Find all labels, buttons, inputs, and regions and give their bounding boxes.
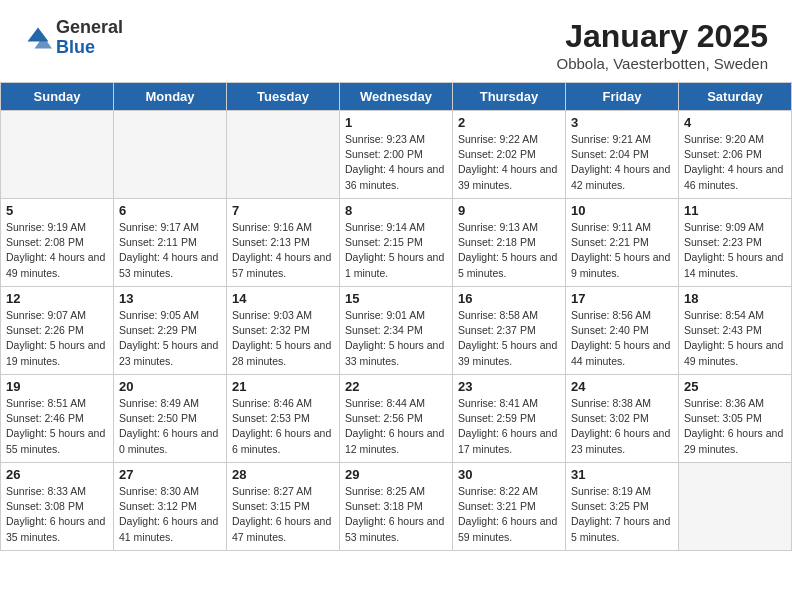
day-number: 20 [119, 379, 221, 394]
logo-general: General [56, 18, 123, 38]
week-row-2: 5Sunrise: 9:19 AM Sunset: 2:08 PM Daylig… [1, 199, 792, 287]
day-number: 23 [458, 379, 560, 394]
week-row-5: 26Sunrise: 8:33 AM Sunset: 3:08 PM Dayli… [1, 463, 792, 551]
day-info: Sunrise: 8:33 AM Sunset: 3:08 PM Dayligh… [6, 484, 108, 545]
day-number: 22 [345, 379, 447, 394]
calendar-cell: 29Sunrise: 8:25 AM Sunset: 3:18 PM Dayli… [340, 463, 453, 551]
weekday-header-friday: Friday [566, 83, 679, 111]
day-number: 6 [119, 203, 221, 218]
calendar-cell: 17Sunrise: 8:56 AM Sunset: 2:40 PM Dayli… [566, 287, 679, 375]
title-section: January 2025 Obbola, Vaesterbotten, Swed… [556, 18, 768, 72]
day-info: Sunrise: 9:07 AM Sunset: 2:26 PM Dayligh… [6, 308, 108, 369]
calendar-cell: 4Sunrise: 9:20 AM Sunset: 2:06 PM Daylig… [679, 111, 792, 199]
calendar-cell: 14Sunrise: 9:03 AM Sunset: 2:32 PM Dayli… [227, 287, 340, 375]
day-info: Sunrise: 9:13 AM Sunset: 2:18 PM Dayligh… [458, 220, 560, 281]
day-info: Sunrise: 9:22 AM Sunset: 2:02 PM Dayligh… [458, 132, 560, 193]
day-number: 17 [571, 291, 673, 306]
day-number: 2 [458, 115, 560, 130]
week-row-4: 19Sunrise: 8:51 AM Sunset: 2:46 PM Dayli… [1, 375, 792, 463]
day-info: Sunrise: 9:11 AM Sunset: 2:21 PM Dayligh… [571, 220, 673, 281]
calendar-cell: 2Sunrise: 9:22 AM Sunset: 2:02 PM Daylig… [453, 111, 566, 199]
calendar-cell: 1Sunrise: 9:23 AM Sunset: 2:00 PM Daylig… [340, 111, 453, 199]
weekday-header-thursday: Thursday [453, 83, 566, 111]
day-number: 25 [684, 379, 786, 394]
day-number: 8 [345, 203, 447, 218]
calendar-cell: 3Sunrise: 9:21 AM Sunset: 2:04 PM Daylig… [566, 111, 679, 199]
calendar-cell: 28Sunrise: 8:27 AM Sunset: 3:15 PM Dayli… [227, 463, 340, 551]
calendar: SundayMondayTuesdayWednesdayThursdayFrid… [0, 82, 792, 551]
day-info: Sunrise: 8:44 AM Sunset: 2:56 PM Dayligh… [345, 396, 447, 457]
day-number: 19 [6, 379, 108, 394]
day-info: Sunrise: 9:17 AM Sunset: 2:11 PM Dayligh… [119, 220, 221, 281]
calendar-cell: 22Sunrise: 8:44 AM Sunset: 2:56 PM Dayli… [340, 375, 453, 463]
day-number: 4 [684, 115, 786, 130]
calendar-cell: 13Sunrise: 9:05 AM Sunset: 2:29 PM Dayli… [114, 287, 227, 375]
day-number: 28 [232, 467, 334, 482]
day-number: 12 [6, 291, 108, 306]
day-info: Sunrise: 8:36 AM Sunset: 3:05 PM Dayligh… [684, 396, 786, 457]
day-number: 15 [345, 291, 447, 306]
calendar-cell: 19Sunrise: 8:51 AM Sunset: 2:46 PM Dayli… [1, 375, 114, 463]
calendar-cell: 31Sunrise: 8:19 AM Sunset: 3:25 PM Dayli… [566, 463, 679, 551]
day-info: Sunrise: 9:01 AM Sunset: 2:34 PM Dayligh… [345, 308, 447, 369]
day-info: Sunrise: 9:16 AM Sunset: 2:13 PM Dayligh… [232, 220, 334, 281]
weekday-header-wednesday: Wednesday [340, 83, 453, 111]
weekday-header-row: SundayMondayTuesdayWednesdayThursdayFrid… [1, 83, 792, 111]
logo-icon [24, 24, 52, 52]
calendar-cell: 18Sunrise: 8:54 AM Sunset: 2:43 PM Dayli… [679, 287, 792, 375]
day-info: Sunrise: 9:20 AM Sunset: 2:06 PM Dayligh… [684, 132, 786, 193]
day-info: Sunrise: 8:38 AM Sunset: 3:02 PM Dayligh… [571, 396, 673, 457]
day-number: 24 [571, 379, 673, 394]
weekday-header-monday: Monday [114, 83, 227, 111]
day-info: Sunrise: 8:58 AM Sunset: 2:37 PM Dayligh… [458, 308, 560, 369]
day-info: Sunrise: 9:21 AM Sunset: 2:04 PM Dayligh… [571, 132, 673, 193]
week-row-3: 12Sunrise: 9:07 AM Sunset: 2:26 PM Dayli… [1, 287, 792, 375]
calendar-cell: 6Sunrise: 9:17 AM Sunset: 2:11 PM Daylig… [114, 199, 227, 287]
day-number: 27 [119, 467, 221, 482]
day-info: Sunrise: 9:23 AM Sunset: 2:00 PM Dayligh… [345, 132, 447, 193]
calendar-cell: 30Sunrise: 8:22 AM Sunset: 3:21 PM Dayli… [453, 463, 566, 551]
day-info: Sunrise: 8:19 AM Sunset: 3:25 PM Dayligh… [571, 484, 673, 545]
logo-blue: Blue [56, 38, 123, 58]
day-number: 10 [571, 203, 673, 218]
calendar-cell [679, 463, 792, 551]
day-info: Sunrise: 9:19 AM Sunset: 2:08 PM Dayligh… [6, 220, 108, 281]
calendar-cell: 24Sunrise: 8:38 AM Sunset: 3:02 PM Dayli… [566, 375, 679, 463]
logo: General Blue [24, 18, 123, 58]
day-number: 11 [684, 203, 786, 218]
day-number: 3 [571, 115, 673, 130]
month-title: January 2025 [556, 18, 768, 55]
day-number: 5 [6, 203, 108, 218]
calendar-cell: 11Sunrise: 9:09 AM Sunset: 2:23 PM Dayli… [679, 199, 792, 287]
day-info: Sunrise: 8:25 AM Sunset: 3:18 PM Dayligh… [345, 484, 447, 545]
day-info: Sunrise: 8:22 AM Sunset: 3:21 PM Dayligh… [458, 484, 560, 545]
day-number: 7 [232, 203, 334, 218]
calendar-cell [227, 111, 340, 199]
day-info: Sunrise: 8:49 AM Sunset: 2:50 PM Dayligh… [119, 396, 221, 457]
weekday-header-saturday: Saturday [679, 83, 792, 111]
subtitle: Obbola, Vaesterbotten, Sweden [556, 55, 768, 72]
calendar-cell: 9Sunrise: 9:13 AM Sunset: 2:18 PM Daylig… [453, 199, 566, 287]
header: General Blue January 2025 Obbola, Vaeste… [0, 0, 792, 82]
day-number: 14 [232, 291, 334, 306]
weekday-header-tuesday: Tuesday [227, 83, 340, 111]
calendar-cell: 20Sunrise: 8:49 AM Sunset: 2:50 PM Dayli… [114, 375, 227, 463]
weekday-header-sunday: Sunday [1, 83, 114, 111]
calendar-cell: 8Sunrise: 9:14 AM Sunset: 2:15 PM Daylig… [340, 199, 453, 287]
day-info: Sunrise: 8:54 AM Sunset: 2:43 PM Dayligh… [684, 308, 786, 369]
day-info: Sunrise: 9:03 AM Sunset: 2:32 PM Dayligh… [232, 308, 334, 369]
day-number: 30 [458, 467, 560, 482]
day-number: 31 [571, 467, 673, 482]
day-info: Sunrise: 9:09 AM Sunset: 2:23 PM Dayligh… [684, 220, 786, 281]
day-number: 13 [119, 291, 221, 306]
calendar-cell: 23Sunrise: 8:41 AM Sunset: 2:59 PM Dayli… [453, 375, 566, 463]
day-number: 9 [458, 203, 560, 218]
calendar-cell: 5Sunrise: 9:19 AM Sunset: 2:08 PM Daylig… [1, 199, 114, 287]
calendar-cell: 21Sunrise: 8:46 AM Sunset: 2:53 PM Dayli… [227, 375, 340, 463]
calendar-cell: 26Sunrise: 8:33 AM Sunset: 3:08 PM Dayli… [1, 463, 114, 551]
calendar-cell [114, 111, 227, 199]
day-info: Sunrise: 9:05 AM Sunset: 2:29 PM Dayligh… [119, 308, 221, 369]
day-number: 29 [345, 467, 447, 482]
calendar-cell: 16Sunrise: 8:58 AM Sunset: 2:37 PM Dayli… [453, 287, 566, 375]
day-info: Sunrise: 8:30 AM Sunset: 3:12 PM Dayligh… [119, 484, 221, 545]
